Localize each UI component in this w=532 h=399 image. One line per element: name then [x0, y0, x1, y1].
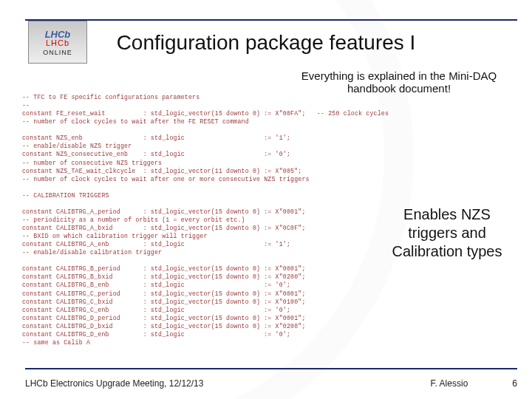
callout-nzs: Enables NZS triggers and Calibration typ…	[392, 205, 502, 261]
page-title: Configuration package features I	[0, 31, 532, 55]
vhdl-code-block: -- TFC to FE specific configurations par…	[22, 93, 392, 347]
footer-meeting: LHCb Electronics Upgrade Meeting, 12/12/…	[25, 378, 203, 389]
footer: LHCb Electronics Upgrade Meeting, 12/12/…	[25, 378, 517, 389]
bottom-rule	[25, 368, 517, 369]
handbook-note: Everything is explained in the Mini-DAQ …	[296, 69, 502, 95]
footer-page: 6	[512, 378, 517, 389]
top-rule	[25, 19, 517, 21]
footer-author: F. Alessio	[431, 378, 468, 389]
